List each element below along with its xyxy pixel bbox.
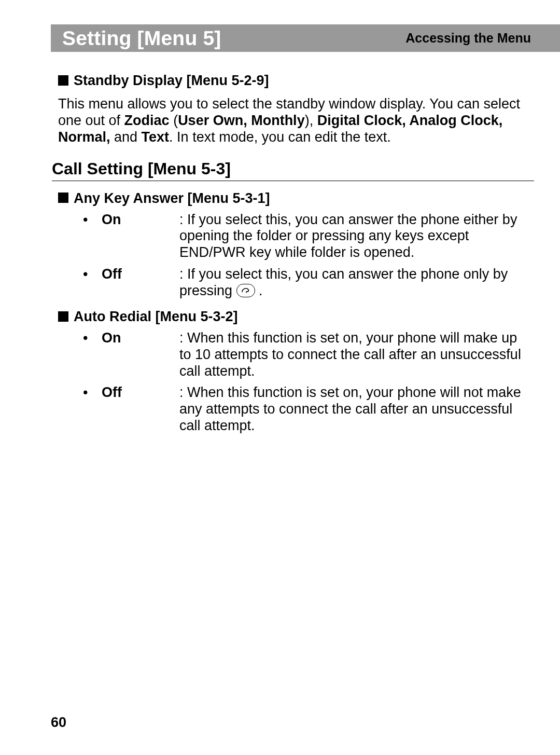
- send-key-icon: [236, 284, 255, 297]
- content-area: Standby Display [Menu 5-2-9] This menu a…: [58, 73, 529, 440]
- bullet-dot-icon: •: [58, 266, 102, 299]
- body-sep2: ),: [305, 113, 317, 128]
- any-key-off-row: • Off : If you select this, you can answ…: [58, 266, 529, 299]
- option-off-desc-tail: .: [259, 283, 263, 298]
- option-off-label: Off: [102, 385, 179, 434]
- page-number: 60: [51, 715, 66, 731]
- option-on-desc: : When this function is set on, your pho…: [179, 330, 529, 380]
- body-bold-user-own: User Own, Monthly: [178, 113, 305, 128]
- body-bold-zodiac: Zodiac: [124, 113, 170, 128]
- option-on-label: On: [102, 330, 179, 380]
- option-on-desc: : If you select this, you can answer the…: [179, 212, 529, 262]
- square-bullet-icon: [58, 193, 68, 203]
- body-sep3: and: [110, 129, 142, 145]
- any-key-answer-heading: Any Key Answer [Menu 5-3-1]: [58, 190, 529, 207]
- svg-point-0: [245, 292, 246, 293]
- bullet-dot-icon: •: [58, 385, 102, 434]
- any-key-on-row: • On : If you select this, you can answe…: [58, 212, 529, 262]
- bullet-dot-icon: •: [58, 212, 102, 262]
- header-subtitle: Accessing the Menu: [405, 31, 531, 46]
- body-sep1: (: [170, 113, 178, 128]
- standby-display-body: This menu allows you to select the stand…: [58, 96, 529, 146]
- call-setting-heading: Call Setting [Menu 5-3]: [52, 159, 534, 181]
- option-on-label: On: [102, 212, 179, 262]
- auto-redial-off-row: • Off : When this function is set on, yo…: [58, 385, 529, 434]
- option-off-label: Off: [102, 266, 179, 299]
- option-off-desc-lead: : If you select this, you can answer the…: [179, 266, 508, 298]
- standby-display-heading: Standby Display [Menu 5-2-9]: [58, 73, 529, 89]
- body-bold-text: Text: [142, 129, 170, 145]
- option-off-desc: : When this function is set on, your pho…: [179, 385, 529, 434]
- square-bullet-icon: [58, 75, 68, 86]
- bullet-dot-icon: •: [58, 330, 102, 380]
- any-key-answer-heading-text: Any Key Answer [Menu 5-3-1]: [74, 190, 270, 206]
- auto-redial-on-row: • On : When this function is set on, you…: [58, 330, 529, 380]
- standby-display-heading-text: Standby Display [Menu 5-2-9]: [74, 73, 269, 88]
- auto-redial-heading-text: Auto Redial [Menu 5-3-2]: [74, 309, 238, 324]
- header-bar: Setting [Menu 5] Accessing the Menu: [51, 24, 560, 52]
- body-tail: . In text mode, you can edit the text.: [169, 129, 391, 145]
- square-bullet-icon: [58, 311, 68, 322]
- option-off-desc: : If you select this, you can answer the…: [179, 266, 529, 299]
- header-title: Setting [Menu 5]: [51, 27, 221, 50]
- auto-redial-heading: Auto Redial [Menu 5-3-2]: [58, 309, 529, 325]
